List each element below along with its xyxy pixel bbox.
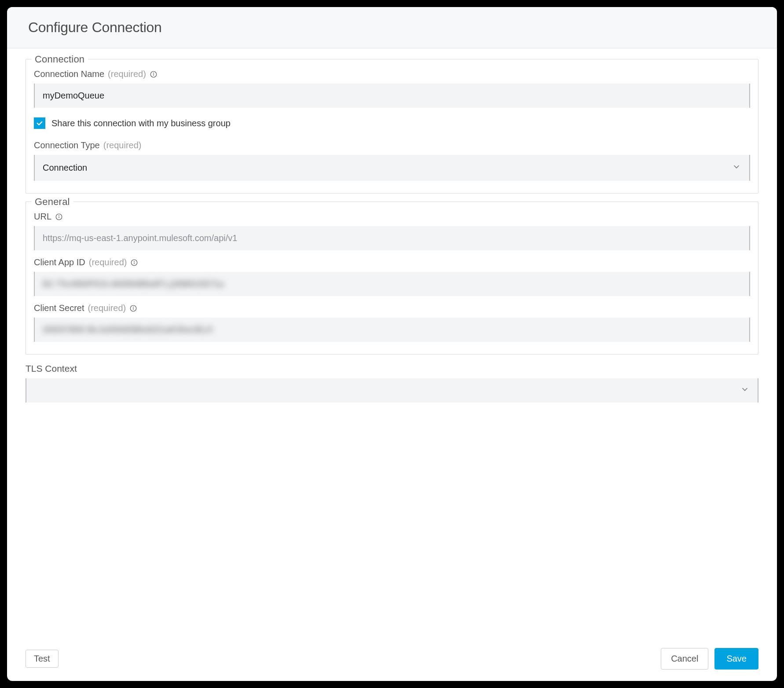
required-marker: (required) [89,257,127,267]
info-icon[interactable] [150,70,158,78]
test-button[interactable]: Test [26,650,59,668]
svg-point-5 [59,215,59,216]
svg-point-2 [153,73,154,73]
page-title: Configure Connection [28,19,756,36]
share-connection-row[interactable]: Share this connection with my business g… [34,117,750,129]
svg-point-11 [133,307,134,307]
url-label: URL [34,212,51,222]
chevron-down-icon [740,384,750,396]
connection-name-field: Connection Name (required) [34,69,750,108]
url-input[interactable] [34,226,750,250]
svg-point-8 [134,261,135,261]
share-connection-label: Share this connection with my business g… [51,118,231,128]
connection-name-label: Connection Name [34,69,104,79]
connection-type-value: Connection [43,163,87,173]
chevron-down-icon [732,162,741,174]
client-secret-value-masked: 205/57809 8b-bdS9dDBbd221aKillee3lLH [43,325,212,334]
client-secret-input[interactable]: 205/57809 8b-bdS9dDBbd221aKillee3lLH [34,318,750,342]
tls-context-label: TLS Context [26,363,758,374]
cancel-button[interactable]: Cancel [661,648,708,670]
share-connection-checkbox[interactable] [34,117,45,129]
connection-type-label: Connection Type [34,140,100,150]
connection-legend: Connection [31,54,88,65]
general-legend: General [31,196,73,208]
connection-type-select[interactable]: Connection [34,155,750,181]
client-id-value-masked: B1 Thc96DPIC6.4659b9BbdF1.j26M015571a [43,279,223,289]
required-marker: (required) [103,140,142,150]
panel-header: Configure Connection [7,7,777,48]
client-id-field: Client App ID (required) B1 Thc96DPIC6.4… [34,257,750,296]
client-id-label: Client App ID [34,257,85,267]
url-field: URL [34,212,750,250]
info-icon[interactable] [130,259,138,267]
tls-context-field: TLS Context [26,363,758,403]
info-icon[interactable] [55,213,63,221]
panel-body: Connection Connection Name (required) Sh… [7,48,777,642]
required-marker: (required) [108,69,146,79]
tls-context-select[interactable] [26,378,758,403]
client-id-input[interactable]: B1 Thc96DPIC6.4659b9BbdF1.j26M015571a [34,272,750,296]
connection-type-field: Connection Type (required) Connection [34,140,750,181]
panel-footer: Test Cancel Save [7,642,777,681]
connection-name-input[interactable] [34,84,750,108]
save-button[interactable]: Save [714,648,758,670]
info-icon[interactable] [129,304,137,312]
client-secret-label: Client Secret [34,303,84,313]
required-marker: (required) [88,303,126,313]
configure-connection-panel: Configure Connection Connection Connecti… [7,7,777,681]
general-group: General URL Client App ID (required) [26,201,758,355]
client-secret-field: Client Secret (required) 205/57809 8b-bd… [34,303,750,342]
connection-group: Connection Connection Name (required) Sh… [26,59,758,194]
